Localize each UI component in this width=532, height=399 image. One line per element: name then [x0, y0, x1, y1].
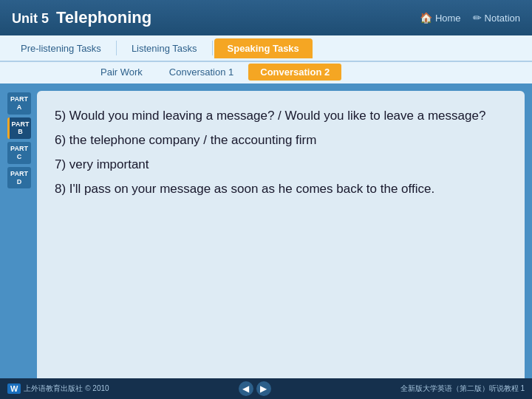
part-c-label[interactable]: PARTC [7, 142, 31, 164]
content-item-6: 6) the telephone company / the accountin… [55, 130, 507, 151]
tab-bar: Pre-listening Tasks Listening Tasks Spea… [0, 35, 532, 62]
page-title: Telephoning [56, 8, 151, 27]
item-7-text: very important [69, 157, 149, 171]
main-area: PARTA PARTB PARTC PARTD 5) Would you min… [0, 83, 532, 399]
header-title-group: Unit 5 Telephoning [12, 8, 151, 27]
header: Unit 5 Telephoning 🏠 Home ✏ Notation [0, 0, 532, 35]
part-d-label[interactable]: PARTD [7, 167, 31, 189]
item-5-num: 5) [55, 109, 69, 123]
content-item-5: 5) Would you mind leaving a message? / W… [55, 106, 507, 127]
item-5-text: Would you mind leaving a message? / Woul… [69, 109, 486, 123]
item-8-text: I'll pass on your message as soon as he … [69, 182, 434, 196]
side-labels: PARTA PARTB PARTC PARTD [7, 91, 31, 392]
sub-tab-pair-work[interactable]: Pair Work [89, 64, 154, 81]
nav-arrows: ◀ ▶ [239, 381, 271, 396]
sub-tab-conversation2[interactable]: Conversation 2 [248, 64, 341, 81]
content-item-7: 7) very important [55, 154, 507, 176]
item-8-num: 8) [55, 182, 69, 196]
notation-label: Notation [485, 13, 520, 24]
tab-speaking[interactable]: Speaking Tasks [214, 38, 313, 58]
content-item-8: 8) I'll pass on your message as soon as … [55, 179, 507, 200]
unit-label: Unit 5 [12, 11, 49, 27]
home-label: Home [435, 13, 461, 24]
content-card: 5) Would you mind leaving a message? / W… [37, 91, 525, 392]
sub-tab-conversation1[interactable]: Conversation 1 [157, 64, 245, 81]
prev-button[interactable]: ◀ [239, 381, 253, 396]
notation-icon: ✏ [473, 12, 482, 24]
tab-listening[interactable]: Listening Tasks [118, 38, 211, 58]
item-6-num: 6) [55, 133, 69, 147]
logo-w: W [7, 383, 21, 394]
header-nav: 🏠 Home ✏ Notation [420, 12, 520, 24]
tab-pre-listening[interactable]: Pre-listening Tasks [7, 38, 115, 58]
tab-divider-1 [116, 41, 117, 55]
part-a-label[interactable]: PARTA [7, 92, 31, 115]
tab-divider-2 [212, 41, 213, 55]
item-7-num: 7) [55, 157, 69, 171]
sub-tab-bar: Pair Work Conversation 1 Conversation 2 [0, 62, 532, 83]
copyright-text: 上外语教育出版社 © 2010 [24, 383, 109, 394]
part-b-label[interactable]: PARTB [7, 117, 31, 140]
next-button[interactable]: ▶ [256, 381, 271, 396]
home-nav-item[interactable]: 🏠 Home [420, 12, 461, 24]
footer-right-text: 全新版大学英语（第二版）听说教程 1 [400, 383, 525, 394]
footer: W 上外语教育出版社 © 2010 ◀ ▶ 全新版大学英语（第二版）听说教程 1 [0, 378, 532, 399]
footer-logo: W 上外语教育出版社 © 2010 [7, 383, 109, 394]
item-6-text: the telephone company / the accounting f… [69, 133, 317, 147]
home-icon: 🏠 [420, 12, 432, 24]
notation-nav-item[interactable]: ✏ Notation [473, 12, 520, 24]
